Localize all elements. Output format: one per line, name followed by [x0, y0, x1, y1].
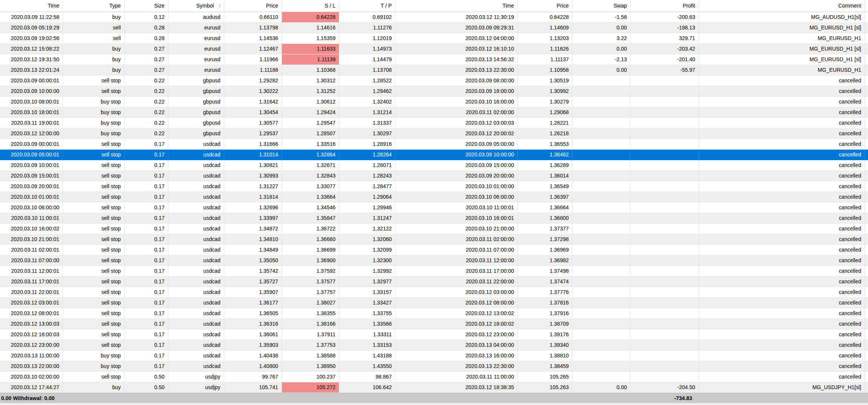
column-header-comment[interactable]: Comment — [699, 0, 865, 12]
cell-comment: cancelled — [699, 160, 865, 171]
cell-ctime: 2020.03.11 02:00:00 — [396, 234, 518, 245]
table-row[interactable]: 2020.03.10 01:00:01sell stop0.17usdcad1.… — [0, 192, 868, 202]
cell-size: 0.22 — [125, 86, 168, 97]
table-row[interactable]: 2020.03.09 19:02:56sell0.28eurusd1.14536… — [0, 33, 868, 44]
cell-symbol: usdcad — [168, 287, 224, 298]
cell-comment: cancelled — [699, 150, 865, 160]
table-row[interactable]: 2020.03.12 23:00:00sell stop0.17usdcad1.… — [0, 340, 868, 351]
table-row[interactable]: 2020.03.12 13:00:03sell stop0.17usdcad1.… — [0, 319, 868, 329]
table-row[interactable]: 2020.03.09 05:19:29sell0.28eurusd1.13798… — [0, 23, 868, 33]
column-header-sl[interactable]: S / L — [282, 0, 339, 12]
cell-symbol: gbpusd — [168, 97, 224, 107]
cell-size: 0.22 — [125, 128, 168, 139]
row-spacer — [865, 192, 868, 202]
cell-price: 1.34810 — [224, 234, 282, 245]
table-row[interactable]: 2020.03.09 15:00:01sell stop0.17usdcad1.… — [0, 171, 868, 181]
row-spacer — [865, 213, 868, 224]
row-spacer — [865, 224, 868, 234]
table-row[interactable]: 2020.03.09 00:00:01sell stop0.22gbpusd1.… — [0, 76, 868, 86]
table-row[interactable]: 2020.03.11 22:00:01sell stop0.17usdcad1.… — [0, 287, 868, 298]
column-header-type[interactable]: Type — [63, 0, 125, 12]
cell-price: 105.741 — [224, 382, 282, 393]
cell-time: 2020.03.10 06:00:00 — [0, 202, 63, 213]
cell-ctime: 2020.03.12 13:00:02 — [396, 308, 518, 319]
table-row[interactable]: 2020.03.13 22:00:00buy stop0.17usdcad1.4… — [0, 361, 868, 372]
cell-profit — [631, 351, 699, 361]
cell-cprice: 1.37776 — [518, 287, 573, 298]
column-header-open-time[interactable]: Time — [0, 0, 63, 12]
table-row[interactable]: 2020.03.13 22:01:24buy0.27eurusd1.111881… — [0, 65, 868, 76]
cell-tp: 1.32402 — [339, 97, 396, 107]
table-row[interactable]: 2020.03.10 08:00:01buy stop0.22gbpusd1.3… — [0, 97, 868, 107]
cell-cprice: 1.36982 — [518, 255, 573, 266]
row-spacer — [865, 351, 868, 361]
column-header-size[interactable]: Size — [125, 0, 168, 12]
cell-time: 2020.03.10 02:00:00 — [0, 372, 63, 382]
table-row[interactable]: 2020.03.09 11:22:58buy0.12audusd0.661100… — [0, 12, 868, 23]
cell-comment: cancelled — [699, 287, 865, 298]
table-row[interactable]: 2020.03.11 19:00:01buy stop0.22gbpusd1.3… — [0, 118, 868, 128]
column-header-profit[interactable]: Profit — [631, 0, 699, 12]
table-row[interactable]: 2020.03.12 19:31:50buy0.27eurusd1.119661… — [0, 54, 868, 65]
cell-profit: -201.40 — [631, 54, 699, 65]
cell-profit — [631, 277, 699, 287]
column-header-close-price[interactable]: Price — [518, 0, 573, 12]
table-row[interactable]: 2020.03.12 17:44:27buy0.50usdjpy105.7411… — [0, 382, 868, 393]
table-row[interactable]: 2020.03.12 15:08:22buy0.27eurusd1.124671… — [0, 44, 868, 54]
cell-comment: cancelled — [699, 213, 865, 224]
column-header-symbol[interactable]: Symbol/ — [168, 0, 224, 12]
table-row[interactable]: 2020.03.10 16:00:02sell stop0.17usdcad1.… — [0, 224, 868, 234]
table-row[interactable]: 2020.03.11 17:00:01sell stop0.17usdcad1.… — [0, 277, 868, 287]
cell-size: 0.17 — [125, 213, 168, 224]
table-row[interactable]: 2020.03.11 12:00:01sell stop0.17usdcad1.… — [0, 266, 868, 277]
table-row[interactable]: 2020.03.12 18:00:03sell stop0.17usdcad1.… — [0, 329, 868, 340]
cell-sl: 1.29547 — [282, 118, 339, 128]
cell-comment: MG_EURUSD_H1 — [699, 65, 865, 76]
cell-tp: 1.31247 — [339, 213, 396, 224]
cell-price: 1.30577 — [224, 118, 282, 128]
row-spacer — [865, 12, 868, 23]
cell-comment: cancelled — [699, 277, 865, 287]
cell-sl: 1.29424 — [282, 107, 339, 118]
cell-time: 2020.03.09 00:00:01 — [0, 76, 63, 86]
table-row[interactable]: 2020.03.12 12:00:00buy stop0.22gbpusd1.2… — [0, 128, 868, 139]
table-row[interactable]: 2020.03.11 02:00:01sell stop0.17usdcad1.… — [0, 245, 868, 255]
table-row[interactable]: 2020.03.10 18:00:01buy stop0.22gbpusd1.3… — [0, 107, 868, 118]
table-row[interactable]: 2020.03.12 03:00:01sell stop0.17usdcad1.… — [0, 298, 868, 308]
cell-sl: 1.38950 — [282, 361, 339, 372]
table-row[interactable]: 2020.03.09 10:00:01sell stop0.17usdcad1.… — [0, 160, 868, 171]
table-row[interactable]: 2020.03.09 05:00:01sell stop0.17usdcad1.… — [0, 150, 868, 160]
table-row[interactable]: 2020.03.11 07:00:00sell stop0.17usdcad1.… — [0, 255, 868, 266]
cell-comment: cancelled — [699, 245, 865, 255]
table-row[interactable]: 2020.03.10 11:00:01sell stop0.17usdcad1.… — [0, 213, 868, 224]
table-row[interactable]: 2020.03.10 21:00:01sell stop0.17usdcad1.… — [0, 234, 868, 245]
cell-price: 1.30454 — [224, 107, 282, 118]
table-row[interactable]: 2020.03.09 00:00:01sell stop0.17usdcad1.… — [0, 139, 868, 150]
cell-comment: MG_USDJPY_H1[sl] — [699, 382, 865, 393]
table-row[interactable]: 2020.03.10 02:00:00sell stop0.50usdjpy99… — [0, 372, 868, 382]
cell-type: buy stop — [63, 107, 125, 118]
column-header-swap[interactable]: Swap — [573, 0, 631, 12]
column-header-close-time[interactable]: Time — [396, 0, 518, 12]
table-row[interactable]: 2020.03.09 20:00:01sell stop0.17usdcad1.… — [0, 181, 868, 192]
row-spacer — [865, 65, 868, 76]
row-spacer — [865, 128, 868, 139]
cell-symbol: usdcad — [168, 234, 224, 245]
cell-type: sell stop — [63, 213, 125, 224]
table-row[interactable]: 2020.03.10 06:00:00sell stop0.17usdcad1.… — [0, 202, 868, 213]
cell-profit — [631, 107, 699, 118]
cell-comment: cancelled — [699, 319, 865, 329]
table-row[interactable]: 2020.03.09 10:00:00sell stop0.22gbpusd1.… — [0, 86, 868, 97]
row-spacer — [865, 86, 868, 97]
cell-profit: -198.13 — [631, 23, 699, 33]
cell-swap — [573, 181, 631, 192]
table-row[interactable]: 2020.03.13 11:00:00buy stop0.17usdcad1.4… — [0, 351, 868, 361]
cell-price: 99.767 — [224, 372, 282, 382]
cell-price: 1.40438 — [224, 351, 282, 361]
column-header-open-price[interactable]: Price — [224, 0, 282, 12]
cell-price: 1.11966 — [224, 54, 282, 65]
cell-comment: cancelled — [699, 224, 865, 234]
table-row[interactable]: 2020.03.12 08:00:01sell stop0.17usdcad1.… — [0, 308, 868, 319]
cell-sl: 1.36900 — [282, 255, 339, 266]
column-header-tp[interactable]: T / P — [339, 0, 396, 12]
